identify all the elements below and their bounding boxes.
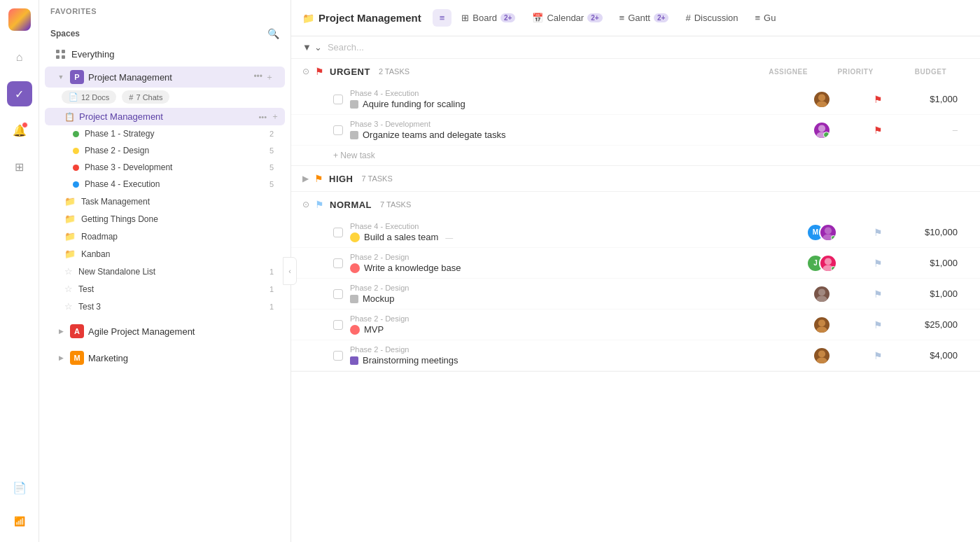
chats-hash-icon: # [129, 93, 133, 102]
high-header[interactable]: ▶ ⚑ HIGH 7 TASKS [291, 166, 980, 191]
task-checkbox[interactable] [333, 289, 343, 299]
table-row[interactable]: Phase 2 - Design MVP ⚑ $25,000 [291, 310, 980, 340]
spaces-search-icon[interactable]: 🔍 [267, 28, 279, 39]
task-checkbox[interactable] [333, 258, 343, 268]
chats-label: 7 Chats [136, 93, 162, 102]
task-name: Organize teams and delegate tasks [350, 130, 794, 140]
priority-flag-icon: ⚑ [874, 94, 883, 105]
standalone-item-test3[interactable]: ☆ Test 3 1 [45, 298, 285, 315]
list-item-phase3[interactable]: Phase 3 - Development 5 [45, 159, 285, 176]
filter-button[interactable]: ▼ ⌄ [302, 42, 322, 53]
folder-roadmap[interactable]: 📁 Roadmap [45, 228, 285, 245]
task-budget: $1,000 [906, 94, 969, 104]
standalone-item-new[interactable]: ☆ New Standalone List 1 [45, 263, 285, 280]
space-header-pm[interactable]: ▼ P Project Management ••• ＋ [45, 67, 285, 88]
avatar [813, 90, 831, 109]
view-tab-gu[interactable]: ≡ Gu [748, 9, 783, 27]
phase3-dot [73, 165, 79, 171]
svg-point-12 [818, 350, 825, 357]
task-name-label: MVP [364, 324, 384, 335]
avatar-stack: J [806, 254, 837, 272]
task-status-icon [350, 232, 360, 242]
priority-group-urgent: ⊙ ⚑ URGENT 2 TASKS ASSIGNEE PRIORITY BUD… [291, 59, 980, 166]
normal-flag-icon: ⚑ [315, 199, 324, 210]
priority-group-normal: ⊙ ⚑ NORMAL 7 TASKS Phase 4 - Execution B… [291, 192, 980, 372]
pm-collapse-btn[interactable]: ▼ [56, 72, 66, 82]
view-tab-list[interactable]: ≡ [433, 9, 452, 27]
pm-space-actions: ••• ＋ [253, 71, 274, 83]
task-checkbox[interactable] [333, 95, 343, 104]
new-task-button[interactable]: + New task [291, 146, 980, 165]
col-header-budget: BUDGET [895, 68, 958, 76]
table-row[interactable]: Phase 2 - Design Write a knowledge base … [291, 248, 980, 279]
dashboard-icon[interactable]: ⊞ [7, 154, 32, 179]
folder-name-kanban: Kanban [81, 249, 110, 259]
task-budget: $10,000 [906, 227, 969, 237]
high-flag-icon: ⚑ [314, 173, 323, 184]
standalone-icon-test3: ☆ [64, 301, 73, 312]
phase2-count: 5 [270, 146, 274, 155]
view-tab-board[interactable]: ⊞ Board 2+ [454, 9, 522, 27]
agile-collapse-btn[interactable]: ▶ [56, 326, 66, 336]
view-tab-discussion[interactable]: # Discussion [678, 9, 745, 27]
pm-add-icon[interactable]: ＋ [265, 71, 274, 83]
topbar-views: ≡ ⊞ Board 2+ 📅 Calendar 2+ ≡ Gantt 2+ # … [433, 9, 969, 27]
docs-icon: 📄 [69, 92, 78, 102]
svg-point-8 [818, 289, 825, 296]
everything-row[interactable]: Everything [45, 45, 285, 64]
view-tab-gantt[interactable]: ≡ Gantt 2+ [612, 9, 676, 27]
pm-chats-tab[interactable]: # 7 Chats [122, 90, 169, 104]
task-content: Phase 2 - Design Write a knowledge base [350, 253, 794, 273]
pm-list-add[interactable]: ＋ [271, 111, 279, 123]
pm-list-more[interactable]: ••• [258, 113, 267, 121]
space-header-agile[interactable]: ▶ A Agile Project Management [45, 321, 285, 342]
task-assignee [794, 90, 850, 109]
list-item-phase2[interactable]: Phase 2 - Design 5 [45, 142, 285, 159]
folder-kanban[interactable]: 📁 Kanban [45, 245, 285, 263]
table-row[interactable]: Phase 4 - Execution Aquire funding for s… [291, 84, 980, 115]
avatar [813, 285, 831, 303]
task-checkbox[interactable] [333, 125, 343, 135]
wifi-icon[interactable]: 📶 [7, 508, 32, 534]
notifications-icon[interactable]: 🔔 [7, 118, 32, 143]
marketing-collapse-btn[interactable]: ▶ [56, 353, 66, 363]
task-name-label: Write a knowledge base [364, 263, 461, 273]
svg-point-1 [816, 101, 827, 108]
normal-header[interactable]: ⊙ ⚑ NORMAL 7 TASKS [291, 192, 980, 217]
task-checkbox[interactable] [333, 351, 343, 361]
view-tab-calendar[interactable]: 📅 Calendar 2+ [525, 9, 609, 27]
board-tab-label: Board [472, 13, 497, 23]
sidebar-collapse-btn[interactable]: ‹ [283, 257, 297, 285]
col-header-assignee: ASSIGNEE [760, 68, 816, 76]
standalone-item-test[interactable]: ☆ Test 1 [45, 280, 285, 298]
pm-list-active[interactable]: 📋 Project Management ••• ＋ [45, 108, 285, 125]
svg-point-11 [816, 326, 827, 333]
svg-point-6 [825, 258, 832, 265]
standalone-name-test3: Test 3 [78, 302, 264, 312]
folder-gtd[interactable]: 📁 Getting Things Done [45, 210, 285, 228]
list-item-phase1[interactable]: Phase 1 - Strategy 2 [45, 125, 285, 142]
space-header-marketing[interactable]: ▶ M Marketing [45, 347, 285, 368]
task-checkbox[interactable] [333, 228, 343, 237]
documents-icon[interactable]: 📄 [7, 475, 32, 500]
table-row[interactable]: Phase 2 - Design Brainstorming meetings … [291, 340, 980, 371]
search-input[interactable] [328, 42, 969, 53]
standalone-count-new: 1 [270, 267, 274, 276]
new-task-label: + New task [333, 151, 375, 160]
pm-docs-tab[interactable]: 📄 12 Docs [62, 90, 116, 104]
task-phase: Phase 3 - Development [350, 120, 794, 128]
table-row[interactable]: Phase 4 - Execution Build a sales team —… [291, 217, 980, 248]
table-row[interactable]: Phase 2 - Design Mockup ⚑ $1,000 [291, 279, 980, 310]
task-checkbox[interactable] [333, 320, 343, 330]
home-icon[interactable]: ⌂ [7, 45, 32, 70]
pm-more-icon[interactable]: ••• [253, 71, 262, 83]
gantt-badge: 2+ [654, 13, 668, 22]
folder-task-mgmt[interactable]: 📁 Task Management [45, 193, 285, 210]
task-priority-cell: ⚑ [850, 350, 906, 361]
table-row[interactable]: Phase 3 - Development Organize teams and… [291, 115, 980, 146]
urgent-header[interactable]: ⊙ ⚑ URGENT 2 TASKS ASSIGNEE PRIORITY BUD… [291, 59, 980, 84]
task-content: Phase 3 - Development Organize teams and… [350, 120, 794, 140]
task-name-label: Mockup [363, 293, 395, 304]
tasks-icon[interactable]: ✓ [7, 81, 32, 106]
list-item-phase4[interactable]: Phase 4 - Execution 5 [45, 176, 285, 193]
